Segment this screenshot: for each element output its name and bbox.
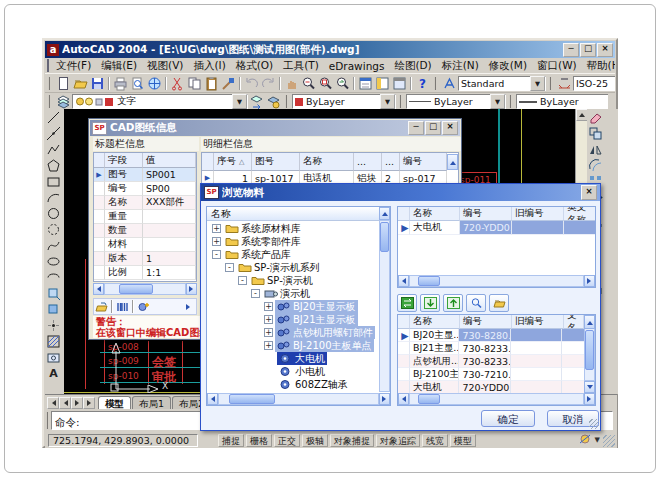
upload-icon[interactable] [443, 294, 463, 312]
barcode-icon[interactable] [115, 299, 130, 315]
cell-name[interactable]: BJ20主显... [410, 329, 459, 342]
cell-field[interactable]: 图号 [105, 168, 143, 182]
toolbar-handle[interactable] [434, 77, 438, 90]
search-icon[interactable] [466, 294, 486, 312]
toolbar-handle[interactable] [509, 95, 513, 108]
collapse-icon[interactable]: - [251, 289, 260, 298]
titleblock-grid[interactable]: 字段 值 ▶ 图号 SP001 编号 SP00 名称 XXX部件 重量 [93, 152, 197, 282]
col-code[interactable]: 编号 [460, 315, 512, 329]
collapse-icon[interactable]: - [238, 276, 247, 285]
color-combo[interactable]: ByLayer ▼ [292, 94, 396, 109]
menu-edrawings[interactable]: eDrawings [324, 60, 390, 72]
ellipse-arc-icon[interactable] [45, 269, 62, 285]
maximize-button[interactable]: □ [580, 43, 596, 57]
cell-name[interactable]: 点钞机用... [410, 355, 459, 368]
new-icon[interactable] [55, 76, 72, 92]
tab-next-icon[interactable] [71, 397, 83, 409]
col-dots2[interactable]: ... [382, 153, 400, 171]
lineweight-combo[interactable]: ByLayer [516, 94, 608, 109]
toggle-osnap[interactable]: 对象捕捉 [330, 434, 374, 447]
offset-icon[interactable] [587, 157, 604, 173]
download-icon[interactable] [420, 294, 440, 312]
paste-icon[interactable] [203, 76, 220, 92]
expand-icon[interactable]: + [264, 328, 273, 337]
col-oldcode[interactable]: 旧编号 [512, 207, 564, 221]
table-row[interactable]: ▶ BJ20主显... 730-8280... [398, 329, 595, 342]
col-field[interactable]: 字段 [105, 153, 143, 168]
polyline-icon[interactable] [45, 141, 62, 157]
ok-button[interactable]: 确定 [481, 410, 535, 427]
table-row[interactable]: 点钞机用... 730-8233... [398, 355, 595, 368]
cell-name[interactable]: BJ21主显... [410, 342, 459, 355]
col-name[interactable]: 名称 [410, 315, 460, 329]
make-block-icon[interactable] [45, 301, 62, 317]
scroll-right-icon[interactable] [186, 283, 197, 295]
menu-file[interactable]: 文件(F) [51, 59, 96, 73]
tree-item[interactable]: +点钞机用螺钉部件 [208, 326, 380, 339]
cell-field[interactable]: 编号 [105, 182, 143, 196]
layer-previous-icon[interactable] [248, 94, 265, 110]
scroll-up-icon[interactable] [447, 154, 458, 170]
line-icon[interactable] [45, 109, 62, 125]
cell-value[interactable]: 1:1 [143, 266, 196, 280]
preview-icon[interactable] [129, 76, 146, 92]
region-icon[interactable] [45, 349, 62, 365]
list-vscrollbar[interactable] [584, 329, 595, 381]
pan-realtime-icon[interactable] [283, 76, 300, 92]
cell-code[interactable]: 730-8233... [459, 342, 510, 355]
menu-draw[interactable]: 绘图(D) [389, 59, 436, 73]
scroll-left-icon[interactable] [398, 275, 409, 287]
table-row[interactable]: 名称 XXX部件 [94, 196, 196, 210]
add-gear-icon[interactable] [136, 299, 151, 315]
title-bar[interactable]: a AutoCAD 2004 - [E:\UG\dwg\图纸\测试用图(部件).… [45, 41, 615, 58]
cell-value[interactable] [143, 210, 196, 224]
table-row[interactable]: 重量 [94, 210, 196, 224]
col-enname[interactable]: 英文名称 [564, 315, 584, 329]
scroll-right-icon[interactable] [584, 393, 595, 405]
cell-field[interactable]: 比例 [105, 266, 143, 280]
cell-value[interactable] [143, 238, 196, 252]
cad-info-close-button[interactable]: × [442, 121, 458, 135]
selected-hscrollbar[interactable] [398, 275, 595, 287]
layer-dropdown-icon[interactable]: ▼ [232, 94, 247, 109]
tab-prev-icon[interactable] [59, 397, 71, 409]
spline-icon[interactable] [45, 237, 62, 253]
erase-icon[interactable] [587, 109, 604, 125]
document-icon[interactable] [47, 59, 49, 72]
tree-item[interactable]: 开口销 [208, 391, 380, 392]
mtext-icon[interactable]: A [45, 365, 62, 381]
table-row[interactable]: 比例 1:1 [94, 266, 196, 280]
close-button[interactable]: × [597, 43, 613, 57]
rectangle-icon[interactable] [45, 173, 62, 189]
scroll-left-icon[interactable] [93, 283, 104, 295]
scroll-up-icon[interactable] [379, 207, 390, 220]
cell-field[interactable]: 版本 [105, 252, 143, 266]
color-dropdown-icon[interactable]: ▼ [380, 94, 395, 109]
revision-cloud-icon[interactable] [45, 221, 62, 237]
designcenter-icon[interactable] [374, 76, 391, 92]
tree-hscrollbar[interactable] [207, 393, 390, 405]
toggle-lwt[interactable]: 线宽 [422, 434, 448, 447]
table-row[interactable]: 数量 [94, 224, 196, 238]
copy-object-icon[interactable] [587, 125, 604, 141]
tree-item[interactable]: -系统产品库 [208, 248, 380, 261]
tree-item[interactable]: +系统原材料库 [208, 222, 380, 235]
cell-code[interactable]: 730-8233... [459, 355, 510, 368]
menu-modify[interactable]: 修改(M) [484, 59, 532, 73]
coordinates-readout[interactable]: 725.1794, 429.8903, 0.0000 [48, 434, 198, 447]
hatch-icon[interactable] [45, 333, 62, 349]
ellipse-icon[interactable] [45, 253, 62, 269]
cut-icon[interactable] [169, 76, 186, 92]
tree-item[interactable]: -SP-演示机系列 [208, 261, 380, 274]
match-properties-icon[interactable] [220, 76, 237, 92]
publish-icon[interactable] [146, 76, 163, 92]
table-row[interactable]: ▶ 图号 SP001 [94, 168, 196, 182]
copy-icon[interactable] [186, 76, 203, 92]
table-row[interactable]: 版本 1 [94, 252, 196, 266]
arc-icon[interactable] [45, 189, 62, 205]
col-oldcode[interactable]: 旧编号 [512, 315, 564, 329]
tree-item[interactable]: +BJ-2100主板单点 [208, 339, 380, 352]
window-resize-grip[interactable] [603, 435, 615, 447]
cell-field[interactable]: 名称 [105, 196, 143, 210]
cell-value[interactable] [143, 224, 196, 238]
